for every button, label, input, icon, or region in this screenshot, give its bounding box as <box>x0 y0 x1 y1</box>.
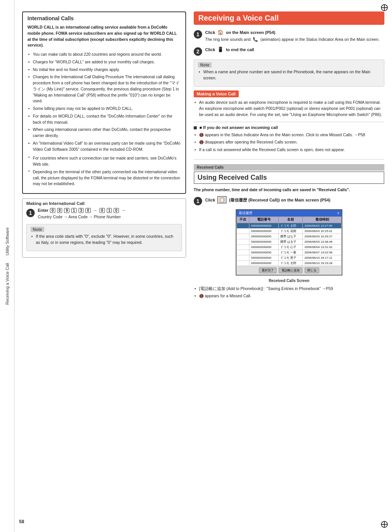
col-header-name: 名前 <box>279 216 303 223</box>
step-1-rc-title: Click 📋 (着信履歴 (Received Call)) on the Ma… <box>205 196 384 203</box>
note-bullet-list-left: If the area code starts with "0", exclud… <box>31 234 178 246</box>
if-no-answer-bullets: 📵 appears in the Status Indicator Area o… <box>194 132 384 153</box>
num-box-1b: 1 <box>107 208 112 213</box>
step-1-right-desc: The ring tone sounds and 📞 (animation) a… <box>205 36 384 43</box>
received-bottom-bullets: [電話帳に追加 (Add to Phonebook)] : "Saving En… <box>194 286 384 300</box>
list-item: If the area code starts with "0", exclud… <box>31 234 178 246</box>
screenshot-add-btn[interactable]: 電話帳に追加 <box>279 268 302 273</box>
list-item: When using international carriers other … <box>27 127 181 139</box>
cell-missed <box>237 234 249 239</box>
cell-number: 090000000000 <box>249 260 279 266</box>
international-calls-title: International Calls <box>27 15 181 21</box>
animation-icon: 📞 <box>253 37 258 42</box>
if-no-answer-title: ■ If you do not answer an incoming call <box>194 125 384 130</box>
step-2-right-container: 2 Click 📱 to end the call <box>194 47 384 56</box>
sidebar-utility-label: Utility Software <box>5 227 10 255</box>
list-item: An "International Video Call" to an over… <box>27 140 181 153</box>
screenshot-close-btn[interactable]: 閉じる <box>305 268 319 273</box>
note-box-left: Note If the area code starts with "0", e… <box>26 224 182 251</box>
screenshot-footer: 選択完了 電話帳に追加 閉じる <box>236 266 342 275</box>
received-calls-main-title: Using Received Calls <box>194 171 384 184</box>
cell-number: 090000000000 <box>249 244 279 250</box>
table-row: 090000000000携帯 はる子2006/06/03 13:38:46 <box>237 239 342 244</box>
arrow-2: → <box>121 208 125 213</box>
cell-time: 2006/06/04 13:31:02 <box>303 244 342 250</box>
step-1-right-title: Click 🏠 on the Main screen (P54) <box>205 29 384 35</box>
star-list: For countries where such a connection ca… <box>27 155 181 187</box>
num-box-0b: 0 <box>57 208 63 213</box>
cell-number: 090000000000 <box>249 234 279 239</box>
table-row: 090000000000ドコモ 太郎2006/06/02 13:27:00 <box>237 223 342 228</box>
step-1-number: 1 <box>26 209 35 217</box>
list-item: Depending on the terminal of the other p… <box>27 169 181 187</box>
list-item: When a name and phone number are saved i… <box>198 69 380 81</box>
step-1-click-label: Click <box>205 30 215 35</box>
table-row: 090000000000ドコモ 心子2006/06/04 13:31:02 <box>237 244 342 250</box>
table-row: 090000000000ドコモ 一葉2006/06/07 13:02:56 <box>237 250 342 255</box>
step-1-container: 1 Enter 0 0 9 1 3 0 → 0 1 <box>26 208 182 220</box>
international-calls-section: International Calls WORLD CALL is an int… <box>22 11 186 194</box>
list-item: For countries where such a connection ca… <box>27 155 181 168</box>
note-box-right: Note When a name and phone number are sa… <box>194 60 384 87</box>
cell-number: 090000000000 <box>249 255 279 260</box>
received-call-icon: 📋 <box>217 196 227 203</box>
table-row: 090000000000ドコモ 恵子2006/06/10 19:17:11 <box>237 255 342 260</box>
list-item: 📵 appears for a Missed Call. <box>194 293 384 299</box>
cell-missed <box>237 260 249 266</box>
received-calls-intro: The phone number, time and date of incom… <box>194 187 384 193</box>
screenshot-close-button[interactable]: × <box>337 211 339 215</box>
num-box-3: 3 <box>79 208 84 213</box>
num-box-0e: 0 <box>114 208 119 213</box>
list-item: Changes to the International Call Dialin… <box>27 74 181 104</box>
list-item: [電話帳に追加 (Add to Phonebook)] : "Saving En… <box>194 286 384 292</box>
list-item: You can make calls to about 220 countrie… <box>27 52 181 58</box>
step-1-right-number: 1 <box>194 30 202 39</box>
step-1-rc-container: 1 Click 📋 (着信履歴 (Received Call)) on the … <box>194 196 384 205</box>
note-title-right: Note <box>198 62 212 68</box>
cell-time: 2006/06/10 19:17:11 <box>303 255 342 260</box>
cell-time: 2006/06/02 13:27:00 <box>303 223 342 228</box>
step-1-right-container: 1 Click 🏠 on the Main screen (P54) The r… <box>194 29 384 43</box>
received-calls-header: Received Calls <box>194 164 384 171</box>
step-2-right-title: Click 📱 to end the call <box>205 47 384 52</box>
missed-icon-1: 📵 <box>199 133 204 137</box>
making-voice-call-title: Making a Voice Call <box>194 90 239 97</box>
step-2-right-number: 2 <box>194 47 202 56</box>
num-box-0c: 0 <box>85 208 91 213</box>
making-voice-call-bullets: An audio device such as an earphone micr… <box>194 100 384 118</box>
step-1-title: Enter 0 0 9 1 3 0 → 0 1 0 → <box>38 208 182 213</box>
list-item: Charges for "WORLD CALL" are added to yo… <box>27 59 181 65</box>
cell-time: 2006/06/03 13:38:46 <box>303 239 342 244</box>
col-header-number: 電話番号 <box>249 216 279 223</box>
cell-missed <box>237 228 249 234</box>
step-1-right-suffix: on the Main screen (P54) <box>226 30 275 35</box>
step-1-content: Enter 0 0 9 1 3 0 → 0 1 0 → <box>38 208 182 220</box>
if-no-answer-section: ■ If you do not answer an incoming call … <box>194 122 384 160</box>
screenshot-titlebar: 着信履歴 × <box>236 210 342 216</box>
arrow-1: → <box>93 208 97 213</box>
step-2-right-content: Click 📱 to end the call <box>205 47 384 53</box>
cell-name: ドコモ 太郎 <box>279 260 303 266</box>
house-icon: 🏠 <box>217 29 223 35</box>
num-box-1: 1 <box>71 208 77 213</box>
step-1-rc-content: Click 📋 (着信履歴 (Received Call)) on the Ma… <box>205 196 384 205</box>
cell-time: 2006/06/03 10:29:27 <box>303 234 342 239</box>
end-call-icon: 📱 <box>217 47 223 52</box>
main-content: International Calls WORLD CALL is an int… <box>14 0 392 532</box>
list-item: If a call is not answered while the Rece… <box>194 147 384 153</box>
cell-name: ドコモ 心子 <box>279 244 303 250</box>
screenshot-table: 不在 電話番号 名前 着信時刻 090000000000ドコモ 太郎2006/0… <box>236 216 342 266</box>
screenshot-title: 着信履歴 <box>239 211 252 216</box>
cell-number: 090000000000 <box>249 239 279 244</box>
making-international-call-title: Making an International Call <box>26 201 182 206</box>
screenshot-select-btn[interactable]: 選択完了 <box>259 268 276 273</box>
list-item: 📵 disappears after opening the Received … <box>194 139 384 145</box>
receiving-voice-call-header: Receiving a Voice Call <box>194 11 384 25</box>
list-item: An audio device such as an earphone micr… <box>194 100 384 118</box>
step-1-suffix: Country Code → Area Code → Phone Number <box>38 214 182 220</box>
cell-name: 携帯 はな子 <box>279 234 303 239</box>
page-number: 58 <box>19 519 24 524</box>
left-column: International Calls WORLD CALL is an int… <box>22 11 186 521</box>
note-title-left: Note <box>31 227 44 232</box>
cell-missed <box>237 255 249 260</box>
